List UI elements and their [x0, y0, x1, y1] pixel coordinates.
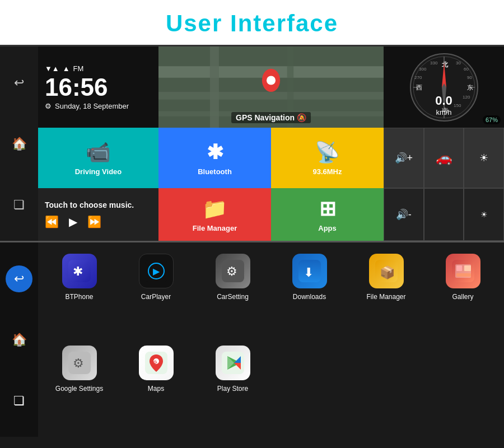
- svg-text:北: 北: [441, 61, 449, 68]
- svg-text:⚙: ⚙: [73, 356, 84, 370]
- signal-icon: ▲: [63, 64, 70, 73]
- settings-icon: ⚙: [45, 102, 52, 110]
- copy-icon[interactable]: ❏: [8, 194, 30, 216]
- brightness-down-button[interactable]: ☀: [464, 188, 504, 241]
- app-maps[interactable]: G Maps: [120, 346, 192, 393]
- speed-unit: km/h: [436, 108, 451, 116]
- top-row: ▼▲ ▲ FM 16:56 ⚙ Sunday, 18 September: [38, 46, 504, 128]
- main-panel: ↩ 🏠 ❏ ▼▲ ▲ FM 16:56 ⚙ Sunday, 18 Septemb…: [0, 46, 504, 242]
- page-title: User Interface: [0, 10, 504, 37]
- grid-area: ▼▲ ▲ FM 16:56 ⚙ Sunday, 18 September: [38, 46, 504, 241]
- carsetting-label: CarSetting: [217, 293, 249, 301]
- back-icon[interactable]: ↩: [8, 72, 30, 94]
- date-text: Sunday, 18 September: [55, 102, 129, 110]
- svg-text:60: 60: [464, 67, 469, 72]
- right-controls-bot: 🔊- ☀: [384, 188, 504, 241]
- radio-tile[interactable]: 📡 93.6MHz: [271, 128, 384, 188]
- gallery-icon: [446, 254, 480, 288]
- carplayer-icon: ▶: [139, 254, 174, 288]
- fast-forward-button[interactable]: ⏩: [87, 215, 101, 228]
- btphone-icon: ✱: [62, 254, 97, 288]
- sidebar-top: ↩ 🏠 ❏: [0, 46, 38, 241]
- driving-video-label: Driving Video: [75, 167, 122, 176]
- svg-text:330: 330: [430, 60, 438, 66]
- maps-icon: G: [139, 346, 174, 380]
- filemanager-icon: 📦: [369, 254, 404, 288]
- svg-text:⚙: ⚙: [226, 264, 237, 278]
- app-drawer: ✱ BTPhone ▶ CarPlayer ⚙ Car: [38, 242, 504, 437]
- right-controls-top: 🔊+ 🚗 ☀: [384, 128, 504, 188]
- btphone-label: BTPhone: [65, 293, 93, 301]
- brightness-up-button[interactable]: ☀: [464, 128, 504, 188]
- speed-display: 0.0 km/h: [435, 94, 452, 116]
- camera-icon: 📹: [86, 141, 111, 164]
- bluetooth-label: Bluetooth: [198, 167, 232, 176]
- filemanager-label: File Manager: [366, 293, 405, 301]
- empty-ctrl: [424, 188, 464, 241]
- compass-panel: 北 南 西 东 30 60 90 120 150 330 300 270: [384, 46, 504, 128]
- app-googlesettings[interactable]: ⚙ Google Settings: [44, 346, 115, 393]
- recents-button[interactable]: ❏: [6, 388, 32, 414]
- home-button[interactable]: 🏠: [6, 326, 32, 353]
- googlesettings-label: Google Settings: [55, 385, 103, 393]
- folder-icon: 📁: [202, 197, 227, 221]
- music-controls: ⏪ ▶ ⏩: [45, 215, 152, 228]
- downloads-icon: ⬇: [292, 254, 327, 288]
- home-icon[interactable]: 🏠: [8, 133, 30, 155]
- app-gallery[interactable]: Gallery: [427, 254, 498, 301]
- svg-text:120: 120: [463, 95, 470, 100]
- bluetooth-icon: ✱: [207, 141, 223, 164]
- clock-panel: ▼▲ ▲ FM 16:56 ⚙ Sunday, 18 September: [38, 46, 158, 128]
- app-playstore[interactable]: Play Store: [197, 346, 268, 393]
- bluetooth-tile[interactable]: ✱ Bluetooth: [158, 128, 271, 188]
- radio-icon: 📡: [315, 141, 340, 164]
- svg-text:30: 30: [456, 60, 461, 66]
- app-carplayer[interactable]: ▶ CarPlayer: [120, 254, 192, 301]
- playstore-icon: [216, 346, 250, 380]
- speed-number: 0.0: [435, 94, 452, 108]
- bottom-section: ↩ 🏠 ❏ ✱ BTPhone ▶ C: [0, 242, 504, 437]
- fm-label: FM: [73, 64, 84, 73]
- downloads-label: Downloads: [293, 293, 326, 301]
- driving-video-tile[interactable]: 📹 Driving Video: [38, 128, 158, 188]
- googlesettings-icon: ⚙: [62, 346, 97, 380]
- carsetting-icon: ⚙: [216, 254, 250, 288]
- page-header: User Interface: [0, 0, 504, 46]
- maps-label: Maps: [148, 385, 164, 393]
- percent-badge: 67%: [483, 115, 501, 124]
- svg-text:300: 300: [419, 67, 427, 72]
- apps-tile[interactable]: ⊞ Apps: [271, 188, 384, 241]
- svg-text:150: 150: [454, 103, 461, 108]
- app-carsetting[interactable]: ⚙ CarSetting: [197, 254, 268, 301]
- svg-point-7: [267, 76, 276, 85]
- vol-down-button[interactable]: 🔊-: [384, 188, 424, 241]
- svg-text:90: 90: [467, 75, 472, 80]
- app-btphone[interactable]: ✱ BTPhone: [44, 254, 115, 301]
- svg-text:▶: ▶: [153, 267, 160, 276]
- mid-row: 📹 Driving Video ✱ Bluetooth 📡 93.6MHz 🔊+…: [38, 128, 504, 188]
- svg-text:270: 270: [414, 75, 422, 80]
- clock-time: 16:56: [45, 75, 108, 100]
- clock-date: ⚙ Sunday, 18 September: [45, 102, 129, 110]
- file-manager-label: File Manager: [193, 224, 237, 232]
- vol-up-button[interactable]: 🔊+: [384, 128, 424, 188]
- app-filemanager[interactable]: 📦 File Manager: [351, 254, 422, 301]
- map-panel[interactable]: GPS Navigation 🔕: [158, 46, 384, 128]
- apps-label: Apps: [318, 224, 337, 232]
- gallery-label: Gallery: [452, 293, 473, 301]
- file-manager-tile[interactable]: 📁 File Manager: [158, 188, 271, 241]
- playstore-label: Play Store: [217, 385, 248, 393]
- svg-rect-43: [456, 273, 471, 277]
- bot-row: Touch to choose music. ⏪ ▶ ⏩ 📁 File Mana…: [38, 188, 504, 241]
- sidebar-bottom: ↩ 🏠 ❏: [0, 242, 38, 437]
- play-button[interactable]: ▶: [69, 215, 77, 228]
- apps-icon: ⊞: [319, 197, 336, 221]
- car-button[interactable]: 🚗: [424, 128, 464, 188]
- svg-text:G: G: [153, 360, 157, 365]
- app-downloads[interactable]: ⬇ Downloads: [274, 254, 345, 301]
- back-button[interactable]: ↩: [6, 265, 32, 292]
- radio-label: 93.6MHz: [312, 167, 342, 176]
- svg-text:⬇: ⬇: [304, 265, 314, 279]
- rewind-button[interactable]: ⏪: [45, 215, 59, 228]
- svg-text:✱: ✱: [73, 264, 83, 278]
